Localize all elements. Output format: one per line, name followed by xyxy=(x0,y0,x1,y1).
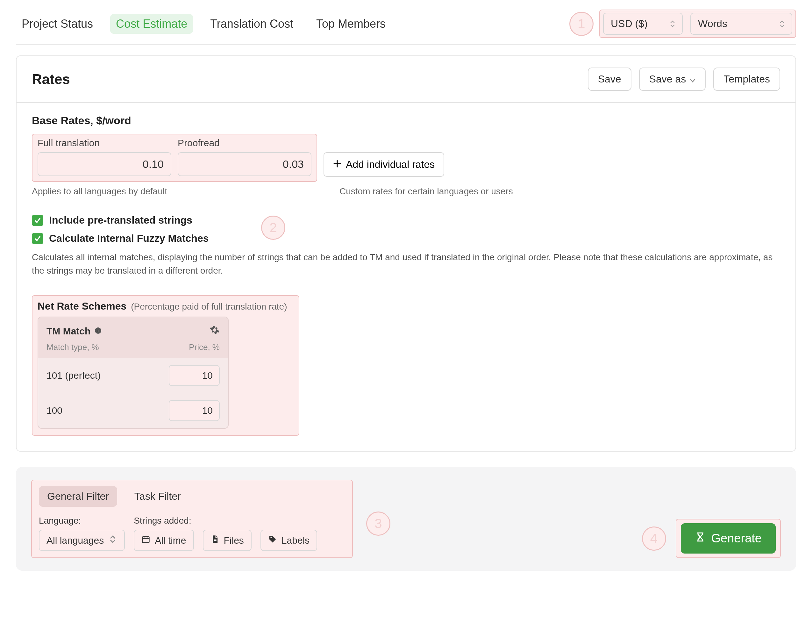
unit-select[interactable]: Words xyxy=(690,13,792,35)
main-tabs: Project Status Cost Estimate Translation… xyxy=(16,14,391,34)
full-translation-label: Full translation xyxy=(38,137,171,148)
files-label: Files xyxy=(224,535,244,546)
tm-match-title: TM Match xyxy=(46,326,102,337)
currency-value: USD ($) xyxy=(611,18,648,30)
nrs-title: Net Rate Schemes xyxy=(38,300,127,312)
rates-panel: Rates Save Save as Templates Base Rates,… xyxy=(16,55,796,452)
all-time-label: All time xyxy=(155,535,186,546)
language-select[interactable]: All languages xyxy=(39,530,125,551)
language-value: All languages xyxy=(46,535,104,546)
spacer xyxy=(261,516,317,526)
nrs-subtitle: (Percentage paid of full translation rat… xyxy=(131,302,287,312)
filter-highlight: General Filter Task Filter Language: All… xyxy=(31,480,353,558)
tab-project-status[interactable]: Project Status xyxy=(16,14,99,34)
add-individual-rates-label: Add individual rates xyxy=(346,159,435,170)
caret-down-icon xyxy=(690,73,696,85)
nrs-row-100-input[interactable] xyxy=(169,400,220,421)
generate-button[interactable]: Generate xyxy=(681,523,776,554)
tm-match-title-text: TM Match xyxy=(46,326,90,337)
spacer xyxy=(203,516,252,526)
annotation-marker-4: 4 xyxy=(642,526,666,551)
updown-icon xyxy=(780,20,785,27)
save-as-button[interactable]: Save as xyxy=(639,67,706,91)
svg-rect-4 xyxy=(214,539,216,540)
tab-translation-cost[interactable]: Translation Cost xyxy=(205,14,299,34)
add-individual-rates-button[interactable]: Add individual rates xyxy=(324,152,444,177)
filter-tabs: General Filter Task Filter xyxy=(39,486,345,507)
save-button[interactable]: Save xyxy=(588,67,632,91)
labels-button[interactable]: Labels xyxy=(261,530,317,551)
calculate-fuzzy-label: Calculate Internal Fuzzy Matches xyxy=(49,232,209,244)
annotation-marker-1: 1 xyxy=(569,12,594,36)
generate-cluster: 4 Generate xyxy=(642,519,781,558)
files-button[interactable]: Files xyxy=(203,530,252,551)
plus-icon xyxy=(333,159,341,170)
generate-highlight: Generate xyxy=(676,519,781,558)
tab-task-filter[interactable]: Task Filter xyxy=(126,486,189,507)
all-time-button[interactable]: All time xyxy=(134,530,194,551)
svg-rect-2 xyxy=(98,329,98,329)
rates-header: Rates Save Save as Templates xyxy=(17,56,795,103)
currency-select[interactable]: USD ($) xyxy=(603,13,683,35)
save-as-label: Save as xyxy=(649,73,686,85)
rates-heading: Rates xyxy=(32,71,70,87)
top-bar: Project Status Cost Estimate Translation… xyxy=(16,9,796,44)
hourglass-icon xyxy=(695,531,706,545)
file-icon xyxy=(211,535,220,546)
labels-label: Labels xyxy=(281,535,310,546)
nrs-row-100-label: 100 xyxy=(46,405,63,416)
full-translation-input[interactable] xyxy=(38,152,171,176)
tab-general-filter[interactable]: General Filter xyxy=(39,486,117,507)
unit-value: Words xyxy=(698,18,727,30)
svg-rect-3 xyxy=(143,537,150,543)
rates-body: Base Rates, $/word Full translation Proo… xyxy=(17,103,795,451)
svg-rect-5 xyxy=(214,540,216,541)
rates-header-buttons: Save Save as Templates xyxy=(588,67,780,91)
info-icon[interactable] xyxy=(94,326,102,337)
base-rates-highlight: Full translation Proofread xyxy=(32,134,317,182)
nrs-col-price: Price, % xyxy=(189,342,220,352)
custom-note: Custom rates for certain languages or us… xyxy=(339,186,513,197)
net-rate-schemes-highlight: Net Rate Schemes (Percentage paid of ful… xyxy=(32,295,299,436)
tab-cost-estimate[interactable]: Cost Estimate xyxy=(110,14,193,34)
tm-match-head: TM Match Match type, % Price, % xyxy=(38,317,228,358)
proofread-label: Proofread xyxy=(178,137,311,148)
top-selects-highlight: USD ($) Words xyxy=(599,9,796,38)
tm-match-card: TM Match Match type, % Price, % xyxy=(38,317,229,429)
tag-icon xyxy=(268,535,277,546)
calendar-icon xyxy=(141,535,150,546)
gear-icon[interactable] xyxy=(209,325,220,337)
updown-icon xyxy=(108,535,117,546)
annotation-marker-2: 2 xyxy=(261,216,285,240)
checks-section: Include pre-translated strings Calculate… xyxy=(32,214,780,278)
updown-icon xyxy=(670,20,675,27)
base-rates-row: Full translation Proofread Add individua… xyxy=(32,134,780,182)
filter-panel: General Filter Task Filter Language: All… xyxy=(16,467,796,571)
filter-controls: Language: All languages Strings added: A… xyxy=(39,516,345,551)
svg-rect-1 xyxy=(98,330,98,332)
nrs-row-101-label: 101 (perfect) xyxy=(46,370,101,381)
svg-point-6 xyxy=(270,537,272,538)
nrs-row-100: 100 xyxy=(38,393,228,428)
calculate-fuzzy-checkbox[interactable] xyxy=(32,233,43,244)
annotation-marker-3: 3 xyxy=(366,511,391,536)
templates-button[interactable]: Templates xyxy=(713,67,780,91)
base-rates-title: Base Rates, $/word xyxy=(32,114,780,127)
generate-label: Generate xyxy=(711,531,762,545)
fuzzy-description: Calculates all internal matches, display… xyxy=(32,251,780,278)
nrs-row-101: 101 (perfect) xyxy=(38,358,228,393)
nrs-row-101-input[interactable] xyxy=(169,365,220,386)
include-pretranslated-label: Include pre-translated strings xyxy=(49,214,192,226)
language-label: Language: xyxy=(39,516,125,526)
tab-top-members[interactable]: Top Members xyxy=(310,14,391,34)
strings-added-label: Strings added: xyxy=(134,516,194,526)
nrs-col-match: Match type, % xyxy=(46,342,99,352)
applies-note: Applies to all languages by default xyxy=(32,186,316,197)
include-pretranslated-checkbox[interactable] xyxy=(32,215,43,226)
proofread-input[interactable] xyxy=(178,152,311,176)
